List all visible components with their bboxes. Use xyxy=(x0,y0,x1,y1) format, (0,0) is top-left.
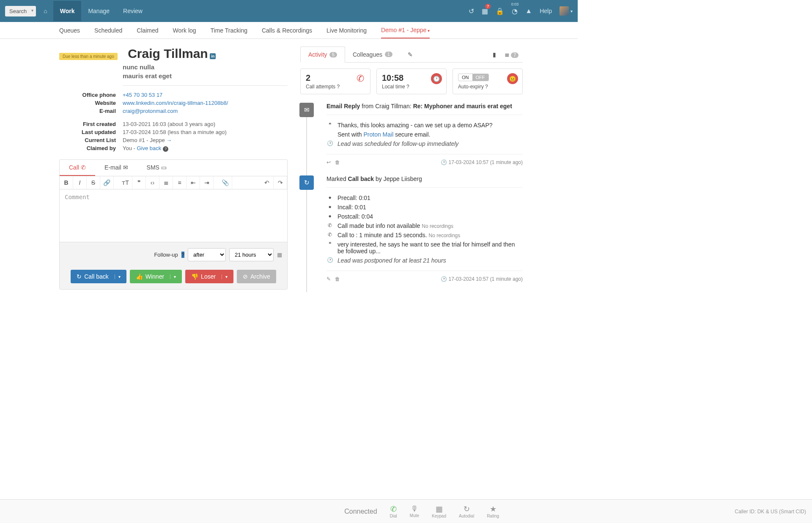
calendar-icon[interactable]: ▦7 xyxy=(482,7,488,15)
followup-mode-select[interactable]: after xyxy=(188,248,226,261)
postcall-text: Postcall: 0:04 xyxy=(337,213,373,220)
phone-link[interactable]: +45 70 30 53 17 xyxy=(123,92,162,98)
help-icon[interactable]: ? xyxy=(163,146,168,152)
nav-home[interactable]: ⌂ xyxy=(38,1,53,21)
give-back-link[interactable]: Give back xyxy=(137,145,162,151)
subnav-scheduled[interactable]: Scheduled xyxy=(94,23,122,38)
winner-button[interactable]: 👍Winner xyxy=(130,270,182,283)
website-link[interactable]: www.linkedin.com/in/craig-tillman-11208b… xyxy=(123,100,228,106)
link-button[interactable]: 🔗 xyxy=(100,176,114,189)
redo-button[interactable]: ↷ xyxy=(274,176,287,189)
subnav-queues[interactable]: Queues xyxy=(59,23,80,38)
clock-icon: 🕐 xyxy=(431,73,442,84)
clock-icon: ● xyxy=(326,194,333,200)
help-icon[interactable]: ? xyxy=(406,84,409,90)
claimed-pre: You - xyxy=(123,145,137,151)
subnav-calls[interactable]: Calls & Recordings xyxy=(262,23,312,38)
stat-call-attempts: 2 Call attempts ? ✆ xyxy=(300,68,370,94)
tab-colleagues[interactable]: Colleagues1 xyxy=(345,47,400,62)
callback-button[interactable]: ↻Call back xyxy=(71,270,126,283)
email-label: E-mail xyxy=(59,108,123,114)
list-value: Demo #1 - Jeppe xyxy=(123,137,165,143)
list-label: Current List xyxy=(59,137,123,143)
list-goto[interactable]: → xyxy=(166,137,172,143)
tab-activity[interactable]: Activity5 xyxy=(300,47,345,63)
no-recordings: No recordings xyxy=(422,223,453,229)
updated-value: 17-03-2024 10:58 (less than a minute ago… xyxy=(123,129,288,135)
quote-text: Thanks, this looks amazing - can we set … xyxy=(337,122,493,129)
ul-button[interactable]: ≣ xyxy=(159,176,173,189)
help-icon[interactable]: ? xyxy=(485,84,488,90)
indent-button[interactable]: ⇥ xyxy=(200,176,214,189)
subnav-worklog[interactable]: Work log xyxy=(173,23,196,38)
code-button[interactable]: ‹› xyxy=(146,176,159,189)
nav-work[interactable]: Work xyxy=(53,1,82,21)
attach-button[interactable]: 📎 xyxy=(219,176,232,189)
followup-time-select[interactable]: 21 hours xyxy=(229,248,274,261)
activity-header: Email Reply from Craig Tillman: Re: Myph… xyxy=(326,103,523,110)
envelope-icon: ✉ xyxy=(299,103,314,117)
tab-email-label: E-mail xyxy=(104,164,121,171)
comment-input[interactable] xyxy=(60,189,287,240)
tab-call[interactable]: Call ✆ xyxy=(60,160,95,176)
archive-button[interactable]: ⊘Archive xyxy=(237,270,276,283)
help-icon[interactable]: ? xyxy=(337,84,340,90)
timer-icon[interactable]: ◔0:03 xyxy=(512,7,518,15)
linkedin-icon[interactable]: in xyxy=(210,53,216,59)
reply-icon[interactable]: ↩ xyxy=(326,159,331,165)
clock-icon: 🕑 xyxy=(441,159,447,165)
list-icon[interactable]: ≣ 7 xyxy=(500,51,523,58)
nav-manage[interactable]: Manage xyxy=(81,1,116,21)
subnav-claimed[interactable]: Claimed xyxy=(137,23,158,38)
thumbs-down-icon: 👎 xyxy=(191,273,198,280)
tab-email[interactable]: E-mail ✉ xyxy=(95,160,137,176)
subnav-live[interactable]: Live Monitoring xyxy=(326,23,367,38)
undo-button[interactable]: ↶ xyxy=(260,176,274,189)
list-count: 7 xyxy=(511,52,518,58)
bold-button[interactable]: B xyxy=(60,176,73,189)
activity-header: Marked Call back by Jeppe Liisberg xyxy=(326,175,523,182)
due-badge: Due less than a minute ago xyxy=(59,53,118,60)
italic-button[interactable]: I xyxy=(73,176,87,189)
user-menu[interactable]: ▾ xyxy=(560,6,573,16)
envelope-icon: ✉ xyxy=(123,164,128,171)
call-text: Call to : 1 minute and 15 seconds. xyxy=(337,232,427,238)
tab-sms[interactable]: SMS ▭ xyxy=(137,160,176,176)
loser-button[interactable]: 👎Loser xyxy=(185,270,233,283)
quote-button[interactable]: ❞ xyxy=(132,176,146,189)
strike-button[interactable]: S xyxy=(87,176,100,189)
edit-icon[interactable]: ✎ xyxy=(326,276,331,282)
callback-label: Call back xyxy=(84,273,109,280)
email-link[interactable]: craig@protonmail.com xyxy=(123,108,178,114)
nav-review[interactable]: Review xyxy=(116,1,149,21)
tab-sms-label: SMS xyxy=(147,164,159,171)
subnav-time[interactable]: Time Tracking xyxy=(211,23,247,38)
winner-label: Winner xyxy=(145,273,164,280)
history-icon[interactable]: ↺ xyxy=(469,7,474,15)
proton-link[interactable]: Proton Mail xyxy=(363,131,393,138)
subnav-active-list[interactable]: Demo #1 - Jeppe xyxy=(381,22,430,38)
ol-button[interactable]: ≡ xyxy=(173,176,187,189)
auto-expiry-toggle[interactable]: ONOFF xyxy=(458,74,489,81)
alert-icon[interactable]: ▲ xyxy=(525,7,532,15)
textsize-button[interactable]: ᴛT xyxy=(119,176,132,189)
timer-value: 0:03 xyxy=(511,2,519,6)
search-selector[interactable]: Search xyxy=(5,6,36,16)
website-label: Website xyxy=(59,100,123,106)
help-icon[interactable]: ? xyxy=(181,252,184,258)
local-time-label: Local time xyxy=(382,84,405,90)
calendar-picker-icon[interactable]: ▦ xyxy=(277,252,282,258)
trash-icon[interactable]: 🗑 xyxy=(335,159,340,165)
trash-icon[interactable]: 🗑 xyxy=(335,276,340,282)
claimed-label: Claimed by xyxy=(59,145,123,152)
tab-activity-label: Activity xyxy=(308,51,327,58)
refresh-icon: ↻ xyxy=(299,175,314,190)
phone-icon: ✆ xyxy=(326,222,333,228)
face-icon: 😐 xyxy=(507,73,518,84)
help-link[interactable]: Help xyxy=(540,8,552,14)
call-attempts-label: Call attempts xyxy=(306,84,335,90)
document-icon[interactable]: ▮ xyxy=(488,51,500,58)
tab-edit-icon[interactable]: ✎ xyxy=(400,47,420,62)
lock-icon[interactable]: 🔒 xyxy=(496,7,504,15)
outdent-button[interactable]: ⇤ xyxy=(187,176,200,189)
